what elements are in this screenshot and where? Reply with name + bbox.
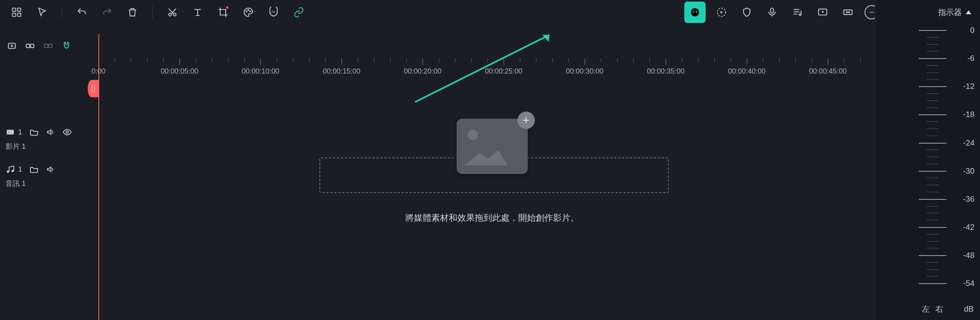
meter-footer: 左 右 dB: [875, 300, 980, 320]
ruler-time-label: 00:00:35:00: [647, 67, 684, 76]
svg-point-26: [66, 131, 68, 133]
magnet-icon[interactable]: [60, 40, 73, 52]
eye-icon[interactable]: [62, 127, 72, 137]
add-track-icon[interactable]: [6, 40, 18, 52]
main-toolbar: AI − +: [0, 0, 980, 25]
meter-header[interactable]: 指示器: [875, 0, 980, 25]
meter-title: 指示器: [938, 7, 962, 18]
svg-rect-23: [49, 44, 52, 48]
speaker-icon[interactable]: [46, 127, 55, 137]
svg-rect-21: [30, 44, 34, 48]
svg-rect-0: [13, 8, 16, 11]
playhead[interactable]: [98, 34, 99, 320]
svg-point-8: [250, 11, 251, 12]
svg-point-17: [822, 11, 824, 13]
ruler-time-label: 00:00:10:00: [242, 67, 279, 76]
timeline-tool-row: [0, 40, 96, 52]
svg-rect-2: [13, 13, 16, 16]
link-track-icon[interactable]: [24, 40, 36, 52]
microphone-icon[interactable]: [763, 4, 781, 21]
svg-point-10: [691, 8, 699, 17]
tracks-panel: 1 影片 1 1 音訊 1: [0, 123, 91, 188]
meter-left-label: 左: [922, 304, 930, 314]
audio-track-header[interactable]: 1: [0, 160, 91, 179]
undo-icon[interactable]: [73, 4, 91, 21]
media-placeholder-icon[interactable]: +: [457, 119, 528, 174]
add-media-plus-icon[interactable]: +: [517, 112, 535, 129]
meter-scale-value: -48: [963, 251, 974, 260]
ruler-time-label: 00:00:25:00: [485, 67, 522, 76]
crop-icon[interactable]: [214, 4, 232, 21]
ruler-time-label: 00:00:20:00: [404, 67, 441, 76]
progress-play-icon[interactable]: [713, 4, 730, 21]
svg-point-7: [248, 9, 249, 10]
video-icon: [6, 127, 15, 137]
audio-meter-panel: 指示器 0-6-12-18-24-30-36-42-48-54 左 右 dB: [875, 0, 980, 320]
palette-icon[interactable]: [240, 4, 257, 21]
meter-scale-value: -12: [963, 82, 974, 91]
svg-point-4: [169, 13, 172, 16]
svg-point-6: [246, 11, 247, 12]
meter-unit: dB: [964, 305, 974, 314]
svg-text:AI: AI: [271, 10, 275, 14]
cursor-icon[interactable]: [33, 4, 51, 21]
ruler-time-label: 00:00:30:00: [566, 67, 603, 76]
meter-scale-value: -24: [963, 138, 974, 147]
fit-width-icon[interactable]: [839, 4, 857, 21]
svg-point-25: [8, 131, 9, 133]
music-icon: [6, 165, 15, 174]
ruler-time-label: 00:00:05:00: [161, 67, 198, 76]
svg-point-11: [693, 11, 695, 13]
svg-rect-1: [17, 8, 21, 11]
meter-scale-value: 0: [970, 26, 974, 35]
svg-rect-22: [44, 44, 48, 48]
collapse-up-icon[interactable]: [966, 10, 971, 14]
svg-rect-20: [26, 44, 30, 48]
unlink-track-icon[interactable]: [42, 40, 55, 52]
meter-scale-value: -30: [963, 166, 974, 175]
audio-track-label: 音訊 1: [0, 179, 91, 188]
svg-point-12: [696, 11, 697, 13]
folder-icon[interactable]: [29, 165, 39, 174]
meter-right-label: 右: [935, 304, 943, 314]
redo-icon[interactable]: [98, 4, 116, 21]
music-list-icon[interactable]: [789, 4, 806, 21]
ruler-time-label: 00:00:45:00: [809, 67, 846, 76]
svg-point-5: [173, 13, 176, 16]
meter-scale-value: -42: [963, 222, 974, 231]
text-icon[interactable]: [189, 4, 206, 21]
meter-scale-value: -36: [963, 194, 974, 203]
meter-scale: 0-6-12-18-24-30-36-42-48-54: [875, 27, 980, 296]
drop-hint-text: 將媒體素材和效果拖到此處，開始創作影片。: [127, 212, 857, 224]
video-track-header[interactable]: 1: [0, 123, 91, 142]
svg-rect-14: [771, 8, 774, 13]
meter-scale-value: -6: [967, 54, 974, 63]
shield-icon[interactable]: [738, 4, 755, 21]
cut-icon[interactable]: [164, 4, 181, 21]
meter-scale-value: -54: [963, 279, 974, 288]
playhead-grip[interactable]: [88, 80, 99, 97]
meter-scale-value: -18: [963, 110, 974, 119]
ai-caption-icon[interactable]: AI: [265, 4, 282, 21]
audio-track-count: 1: [18, 165, 22, 174]
svg-rect-3: [17, 13, 21, 16]
delete-icon[interactable]: [124, 4, 141, 21]
ai-face-icon[interactable]: [685, 2, 705, 22]
folder-icon[interactable]: [29, 127, 39, 137]
video-track-label: 影片 1: [0, 142, 91, 160]
timeline-ruler[interactable]: 0:0000:00:05:0000:00:10:0000:00:15:0000:…: [93, 40, 870, 67]
ruler-time-label: 00:00:40:00: [728, 67, 765, 76]
speaker-icon[interactable]: [46, 165, 55, 174]
ruler-time-label: 00:00:15:00: [323, 67, 360, 76]
video-track-count: 1: [18, 128, 22, 136]
apps-icon[interactable]: [8, 4, 25, 21]
link-icon[interactable]: [290, 4, 308, 21]
screen-record-icon[interactable]: [814, 4, 831, 21]
